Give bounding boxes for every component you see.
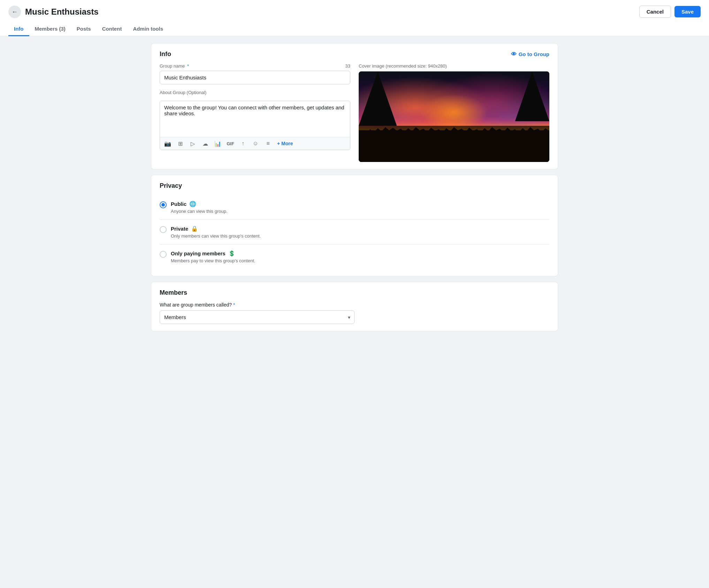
about-textarea[interactable]: Welcome to the group! You can connect wi… — [160, 101, 350, 136]
about-textarea-wrapper: Welcome to the group! You can connect wi… — [160, 101, 350, 150]
cover-image-label: Cover image (recommended size: 940x280) — [359, 63, 549, 69]
required-mark: * — [186, 63, 189, 69]
cover-image-area — [359, 71, 549, 162]
page-title: Music Enthusiasts — [25, 7, 99, 17]
save-button[interactable]: Save — [674, 6, 701, 17]
upload-icon[interactable]: ↑ — [239, 140, 246, 147]
radio-paying[interactable] — [160, 251, 167, 258]
tab-content[interactable]: Content — [97, 22, 128, 36]
tab-posts[interactable]: Posts — [71, 22, 97, 36]
tab-admin-tools[interactable]: Admin tools — [127, 22, 169, 36]
info-section: Info 👁 Go to Group Group name * 33 About… — [151, 43, 558, 169]
title-row: ← Music Enthusiasts — [8, 6, 701, 18]
privacy-option-private[interactable]: Private 🔒 Only members can view this gro… — [160, 220, 549, 245]
group-name-label: Group name * — [160, 63, 189, 69]
privacy-content-private: Private 🔒 Only members can view this gro… — [171, 225, 549, 239]
members-select-wrapper: MembersFansSubscribersStudentsFollowers … — [160, 310, 354, 324]
radio-private[interactable] — [160, 226, 167, 233]
privacy-option-public[interactable]: Public 🌐 Anyone can view this group. — [160, 195, 549, 220]
privacy-section: Privacy Public 🌐 Anyone can view this gr… — [151, 175, 558, 276]
page-header: ← Music Enthusiasts Cancel Save InfoMemb… — [0, 0, 709, 36]
tab-info[interactable]: Info — [8, 22, 29, 36]
concert-image — [359, 71, 549, 162]
header-actions: Cancel Save — [639, 6, 701, 18]
members-label-text: What are group members called? — [160, 302, 232, 308]
back-button[interactable]: ← — [8, 6, 21, 18]
tree-left-silhouette — [359, 71, 397, 126]
tab-members[interactable]: Members (3) — [29, 22, 71, 36]
group-name-label-row: Group name * 33 — [160, 63, 350, 69]
photo-grid-icon[interactable]: ⊞ — [177, 140, 184, 147]
members-label-row: What are group members called? * — [160, 302, 549, 308]
privacy-content-public: Public 🌐 Anyone can view this group. — [171, 201, 549, 214]
privacy-option-paying[interactable]: Only paying members 💲 Members pay to vie… — [160, 245, 549, 269]
gif-label[interactable]: GIF — [227, 140, 234, 147]
privacy-content-paying: Only paying members 💲 Members pay to vie… — [171, 250, 549, 263]
cloud-icon[interactable]: ☁ — [202, 140, 209, 147]
privacy-section-header: Privacy — [160, 182, 549, 189]
info-grid: Group name * 33 About Group (Optional) W… — [160, 63, 549, 162]
members-section-header: Members — [160, 289, 549, 296]
eye-icon: 👁 — [511, 51, 517, 57]
more-label: + More — [277, 141, 293, 146]
about-label: About Group (Optional) — [160, 90, 350, 95]
members-required: * — [233, 302, 235, 308]
group-name-input[interactable] — [160, 71, 350, 84]
go-to-group-label: Go to Group — [519, 51, 549, 57]
tree-right-silhouette — [515, 71, 549, 121]
chart-icon[interactable]: 📊 — [214, 140, 221, 147]
char-count: 33 — [345, 63, 350, 69]
back-icon: ← — [12, 8, 18, 16]
privacy-section-title: Privacy — [160, 182, 182, 189]
members-select[interactable]: MembersFansSubscribersStudentsFollowers — [160, 310, 354, 324]
radio-public[interactable] — [160, 201, 167, 208]
members-section: Members What are group members called? *… — [151, 282, 558, 331]
main-content: Info 👁 Go to Group Group name * 33 About… — [145, 43, 564, 331]
privacy-options: Public 🌐 Anyone can view this group. Pri… — [160, 195, 549, 269]
textarea-toolbar: 📷 ⊞ ▷ ☁ 📊 GIF ↑ ☺ ≡ + More — [160, 137, 350, 150]
info-section-header: Info 👁 Go to Group — [160, 51, 549, 58]
form-right: Cover image (recommended size: 940x280) — [359, 63, 549, 162]
more-button[interactable]: + More — [277, 141, 293, 146]
crowd-silhouette — [359, 130, 549, 162]
go-to-group-link[interactable]: 👁 Go to Group — [511, 51, 549, 57]
info-section-title: Info — [160, 51, 171, 58]
cancel-button[interactable]: Cancel — [639, 6, 671, 18]
tabs-row: InfoMembers (3)PostsContentAdmin tools — [8, 22, 701, 36]
list-icon[interactable]: ≡ — [265, 140, 272, 147]
form-left: Group name * 33 About Group (Optional) W… — [160, 63, 350, 162]
members-section-title: Members — [160, 289, 187, 296]
video-icon[interactable]: ▷ — [189, 140, 196, 147]
members-field: What are group members called? * Members… — [160, 302, 549, 324]
emoji-icon[interactable]: ☺ — [252, 140, 259, 147]
camera-icon[interactable]: 📷 — [164, 140, 171, 147]
